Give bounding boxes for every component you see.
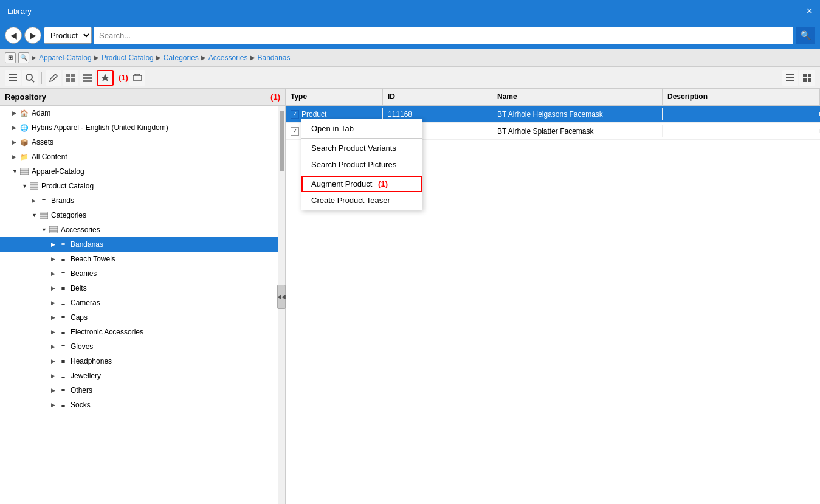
ctx-search-product-variants[interactable]: Search Product Variants [301,140,422,156]
edit-button[interactable] [46,70,61,86]
breadcrumb-product-catalog[interactable]: Product Catalog [102,54,154,62]
badge-1: (1) [119,73,128,82]
svg-rect-6 [71,74,75,77]
list-icon-others: ≡ [58,385,68,395]
toolbar-separator-1 [41,72,42,84]
tree-arrow-bandanas: ▶ [51,241,58,247]
tree-item-adam[interactable]: ▶ 🏠 Adam [0,106,278,120]
tree-label-hybris: Hybris Apparel - English (United Kingdom… [32,123,168,132]
home-icon: 🏠 [19,108,29,118]
breadcrumb-bandanas[interactable]: Bandanas [258,54,291,62]
svg-rect-7 [66,78,70,82]
breadcrumb-accessories[interactable]: Accessories [208,54,248,62]
forward-button[interactable]: ▶ [24,27,41,44]
collapse-panel-button[interactable]: ◀◀ [277,285,286,309]
tree-arrow-belts: ▶ [51,285,58,291]
tree-item-hybris[interactable]: ▶ 🌐 Hybris Apparel - English (United Kin… [0,120,278,135]
ctx-badge: (1) [378,179,388,188]
tree-item-all-content[interactable]: ▶ 📁 All Content [0,150,278,164]
svg-rect-14 [786,77,794,78]
tree-label-all-content: All Content [32,153,67,161]
tree-item-headphones[interactable]: ▶ ≡ Headphones [0,354,278,368]
back-button[interactable]: ◀ [5,27,22,44]
tree-label-socks: Socks [71,401,91,409]
svg-rect-15 [786,80,794,81]
list-icon-socks: ≡ [58,400,68,410]
tree-item-accessories[interactable]: ▼ Accessories [0,223,278,237]
tree-label-electronic: Electronic Accessories [71,328,143,336]
tree-item-socks[interactable]: ▶ ≡ Socks [0,398,278,412]
tree-arrow-accessories: ▼ [41,227,49,233]
list-icon-brands: ≡ [39,196,49,205]
action2-button[interactable] [80,70,95,86]
repository-title: Repository [5,92,46,102]
tree-item-electronic-accessories[interactable]: ▶ ≡ Electronic Accessories [0,325,278,339]
tree-item-apparel-catalog[interactable]: ▼ Apparel-Catalog [0,164,278,179]
svg-rect-5 [66,74,70,77]
search-input[interactable] [94,27,793,44]
tree-container[interactable]: ▶ 🏠 Adam ▶ 🌐 Hybris Apparel - English (U… [0,106,278,504]
right-panel: Type ID Name Description ✓ Product 11116… [286,89,820,504]
breadcrumb-separator: ▶ [32,54,36,61]
tree-item-jewellery[interactable]: ▶ ≡ Jewellery [0,368,278,383]
svg-rect-13 [786,74,794,75]
breadcrumb-apparel[interactable]: Apparel-Catalog [39,54,92,62]
search-button[interactable]: 🔍 [796,27,815,44]
tree-arrow-jewellery: ▶ [51,373,58,379]
tree-item-categories[interactable]: ▼ Categories [0,208,278,223]
type-dropdown[interactable]: Product All Asset Page [44,27,91,43]
outline-view-button[interactable] [5,70,21,86]
svg-rect-17 [808,74,811,77]
svg-rect-0 [9,74,17,75]
grid-view-button[interactable] [799,70,815,86]
search-view-button[interactable] [22,70,38,86]
ctx-separator-1 [301,138,422,139]
tree-label-product-catalog: Product Catalog [41,182,94,190]
svg-rect-29 [49,226,58,233]
tree-item-cameras[interactable]: ▶ ≡ Cameras [0,295,278,310]
tree-arrow-assets: ▶ [12,139,19,145]
cell-name-1: BT Airhole Helgasons Facemask [492,108,663,120]
tree-item-caps[interactable]: ▶ ≡ Caps [0,310,278,325]
tree-item-belts[interactable]: ▶ ≡ Belts [0,281,278,295]
tree-item-beanies[interactable]: ▶ ≡ Beanies [0,266,278,281]
tree-item-others[interactable]: ▶ ≡ Others [0,383,278,398]
svg-rect-12 [133,75,142,80]
ctx-create-product-teaser[interactable]: Create Product Teaser [301,192,422,209]
tree-arrow-categories: ▼ [32,212,39,218]
action1-button[interactable] [63,70,78,86]
breadcrumb-icon[interactable]: ⊞ [5,52,16,63]
list-icon-beach-towels: ≡ [58,254,68,264]
cell-desc-1 [663,112,820,116]
ctx-open-in-tab[interactable]: Open in Tab [301,120,422,137]
list-icon-headphones: ≡ [58,356,68,366]
type-dropdown-wrap[interactable]: Product All Asset Page [44,27,92,44]
tree-label-headphones: Headphones [71,357,112,365]
breadcrumb-categories[interactable]: Categories [164,54,199,62]
list-view-button[interactable] [782,70,798,86]
repository-header: Repository (1) [0,89,285,106]
breadcrumb-icon2[interactable]: 🔍 [18,52,29,63]
tree-item-beach-towels[interactable]: ▶ ≡ Beach Towels [0,252,278,266]
main-content: Repository (1) ▶ 🏠 Adam ▶ 🌐 Hybris Appar… [0,89,820,504]
tree-item-assets[interactable]: ▶ 📦 Assets [0,135,278,150]
tree-label-brands: Brands [51,196,74,205]
col-header-name: Name [492,89,663,105]
close-button[interactable]: × [806,5,813,18]
action3-button[interactable] [129,70,145,86]
tree-arrow-cameras: ▶ [51,300,58,306]
tree-item-gloves[interactable]: ▶ ≡ Gloves [0,339,278,354]
tree-item-product-catalog[interactable]: ▼ Product Catalog [0,179,278,193]
breadcrumb: ⊞ 🔍 ▶ Apparel-Catalog ▶ Product Catalog … [0,49,820,67]
cell-name-2: BT Airhole Splatter Facemask [492,125,663,137]
ctx-search-product-pictures[interactable]: Search Product Pictures [301,156,422,173]
tree-label-adam: Adam [32,109,50,117]
tree-arrow-hybris: ▶ [12,125,19,131]
tree-label-belts: Belts [71,284,87,292]
tree-item-bandanas[interactable]: ▶ ≡ Bandanas [0,237,278,252]
col-header-description: Description [663,89,820,105]
active-tool-button[interactable] [97,70,114,86]
tree-item-brands[interactable]: ▶ ≡ Brands [0,193,278,208]
ctx-augment-product[interactable]: Augment Product (1) [301,176,422,192]
tree-label-jewellery: Jewellery [71,371,101,380]
